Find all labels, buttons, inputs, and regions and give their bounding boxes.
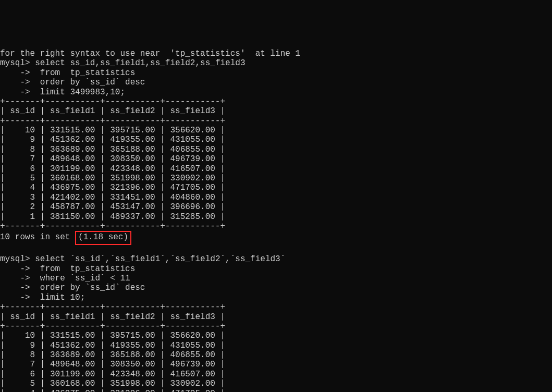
table-row: | 7 | 489648.00 | 308350.00 | 496739.00 …: [0, 154, 552, 164]
mysql-cont-prompt: ->: [0, 283, 30, 292]
sql-text: from tp_statistics: [40, 264, 135, 274]
query1-line-2: -> from tp_statistics: [0, 68, 552, 78]
query1-line-4: -> limit 3499983,10;: [0, 88, 552, 97]
table-row: | 8 | 363689.00 | 365188.00 | 406855.00 …: [0, 145, 552, 154]
mysql-cont-prompt: ->: [0, 78, 30, 87]
mysql-cont-prompt: ->: [0, 88, 30, 97]
table2-header: | ss_id | ss_field1 | ss_field2 | ss_fie…: [0, 312, 552, 322]
table1-header: | ss_id | ss_field1 | ss_field2 | ss_fie…: [0, 106, 552, 116]
table-row: | 7 | 489648.00 | 308350.00 | 496739.00 …: [0, 360, 552, 369]
table2-border-top: +-------+-----------+-----------+-------…: [0, 302, 552, 312]
sql-text: select `ss_id`,`ss_field1`,`ss_field2`,`…: [35, 254, 285, 264]
table-row: | 6 | 301199.00 | 423348.00 | 416507.00 …: [0, 370, 552, 379]
table-row: | 9 | 451362.00 | 419355.00 | 431055.00 …: [0, 341, 552, 350]
table-row: | 10 | 331515.00 | 395715.00 | 356620.00…: [0, 126, 552, 135]
sql-text: order by `ss_id` desc: [40, 283, 145, 292]
mysql-cont-prompt: ->: [0, 274, 30, 283]
sql-text: select ss_id,ss_field1,ss_field2,ss_fiel…: [35, 58, 245, 68]
table-row: | 5 | 360168.00 | 351998.00 | 330902.00 …: [0, 379, 552, 388]
mysql-prompt: mysql>: [0, 58, 30, 68]
query2-line-4: -> order by `ss_id` desc: [0, 283, 552, 292]
query1-line-3: -> order by `ss_id` desc: [0, 78, 552, 87]
sql-text: from tp_statistics: [40, 68, 135, 78]
mysql-cont-prompt: ->: [0, 68, 30, 78]
sql-text: where `ss_id` < 11: [40, 274, 130, 283]
sql-text: order by `ss_id` desc: [40, 78, 145, 87]
query2-line-2: -> from tp_statistics: [0, 264, 552, 274]
sql-text: limit 10;: [40, 293, 85, 302]
table-row: | 2 | 458787.00 | 453147.00 | 396696.00 …: [0, 202, 552, 212]
table-row: | 1 | 381150.00 | 489337.00 | 315285.00 …: [0, 212, 552, 222]
table-row: | 6 | 301199.00 | 423348.00 | 416507.00 …: [0, 164, 552, 174]
table1-border-mid: +-------+-----------+-----------+-------…: [0, 116, 552, 126]
table-row: | 5 | 360168.00 | 351998.00 | 330902.00 …: [0, 174, 552, 183]
terminal[interactable]: for the right syntax to use near 'tp_sta…: [0, 48, 552, 392]
error-line: for the right syntax to use near 'tp_sta…: [0, 49, 552, 58]
result1-line: 10 rows in set (1.18 sec): [0, 231, 552, 244]
table-row: | 3 | 421402.00 | 331451.00 | 404860.00 …: [0, 193, 552, 202]
table-row: | 10 | 331515.00 | 395715.00 | 356620.00…: [0, 331, 552, 340]
query2-line-3: -> where `ss_id` < 11: [0, 274, 552, 283]
sql-text: limit 3499983,10;: [40, 88, 125, 97]
mysql-cont-prompt: ->: [0, 293, 30, 302]
mysql-cont-prompt: ->: [0, 264, 30, 274]
table2-border-mid: +-------+-----------+-----------+-------…: [0, 322, 552, 331]
table-row: | 4 | 436975.00 | 321396.00 | 471705.00 …: [0, 389, 552, 392]
table1-border-top: +-------+-----------+-----------+-------…: [0, 97, 552, 106]
table-row: | 9 | 451362.00 | 419355.00 | 431055.00 …: [0, 135, 552, 144]
query1-line-1: mysql> select ss_id,ss_field1,ss_field2,…: [0, 58, 552, 68]
table-row: | 4 | 436975.00 | 321396.00 | 471705.00 …: [0, 183, 552, 192]
table-row: | 8 | 363689.00 | 365188.00 | 406855.00 …: [0, 350, 552, 360]
timing-highlight-box: (1.18 sec): [75, 231, 131, 244]
query2-line-5: -> limit 10;: [0, 293, 552, 302]
query2-line-1: mysql> select `ss_id`,`ss_field1`,`ss_fi…: [0, 254, 552, 264]
table1-border-bot: +-------+-----------+-----------+-------…: [0, 222, 552, 231]
mysql-prompt: mysql>: [0, 254, 30, 264]
rows-in-set-text: 10 rows in set: [0, 232, 75, 242]
